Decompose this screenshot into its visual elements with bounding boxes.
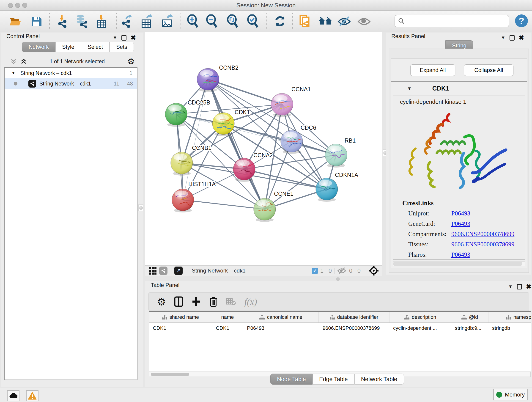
table-cell[interactable]: stringdb:9... — [451, 323, 488, 333]
node-CDKN1A[interactable]: CDKN1A — [316, 172, 358, 202]
panel-menu-icon[interactable]: ▼ — [508, 284, 513, 289]
panel-float-icon[interactable] — [510, 35, 515, 41]
crosslink-compartments-link[interactable]: 9606.ENSP00000378699 — [451, 230, 514, 238]
expand-all-tree-icon[interactable] — [20, 58, 27, 65]
tab-network[interactable]: Network — [22, 42, 56, 52]
export-image-icon[interactable] — [160, 14, 174, 29]
table-row[interactable]: CDK1CDK1P064939606.ENSP00000378699cyclin… — [149, 323, 531, 333]
tab-select[interactable]: Select — [81, 42, 109, 52]
zoom-in-icon[interactable] — [186, 14, 200, 29]
export-network-icon[interactable] — [119, 14, 133, 29]
node-CCNE1[interactable]: CCNE1 — [254, 191, 293, 222]
panel-menu-icon[interactable]: ▼ — [501, 35, 505, 40]
detach-view-icon[interactable]: ↗ — [174, 267, 183, 275]
table-options-gear-icon[interactable]: ⚙ — [157, 296, 166, 307]
new-network-from-selection-icon[interactable] — [298, 14, 312, 29]
tab-node-table[interactable]: Node Table — [270, 374, 312, 385]
crosslink-uniprot-link[interactable]: P06493 — [451, 210, 470, 217]
search-box[interactable] — [394, 15, 509, 27]
bottom-splitter-handle[interactable] — [336, 277, 340, 281]
memory-button[interactable]: Memory — [493, 389, 528, 400]
table-cell[interactable]: P06493 — [243, 323, 319, 333]
cloud-button[interactable] — [7, 390, 19, 401]
panel-menu-icon[interactable]: ▼ — [113, 35, 117, 40]
node-RB1[interactable]: RB1 — [325, 137, 356, 167]
tab-style[interactable]: Style — [56, 42, 81, 52]
node-CCNB1[interactable]: CCNB1 — [171, 145, 211, 176]
delete-column-trash-icon[interactable] — [209, 296, 218, 307]
crosslink-genecard-link[interactable]: P06493 — [451, 220, 470, 227]
column-header-name[interactable]: name — [212, 312, 243, 322]
hide-selected-eye-icon[interactable] — [337, 14, 352, 29]
network-options-gear-icon[interactable]: ⚙ — [127, 57, 135, 66]
panel-close-icon[interactable]: ✖ — [526, 283, 531, 290]
network-canvas[interactable]: CCNB2CCNA1CDC25BCDK1CDC6RB1CCNB1CCNA2CDK… — [145, 32, 382, 265]
panel-float-icon[interactable] — [121, 35, 127, 41]
column-header-canonical-name[interactable]: canonical name — [243, 312, 319, 322]
column-header--id[interactable]: @id — [451, 312, 488, 322]
node-gloss — [274, 95, 288, 102]
network-view-title: String Network – cdk1 — [192, 268, 312, 274]
zoom-out-icon[interactable] — [205, 14, 219, 29]
table-cell[interactable]: 9606.ENSP00000378699 — [319, 323, 389, 333]
panel-close-icon[interactable]: ✖ — [519, 34, 524, 41]
collapse-all-tree-icon[interactable] — [10, 58, 17, 65]
tab-edge-table[interactable]: Edge Table — [312, 374, 355, 385]
table-cell[interactable]: stringdb — [488, 323, 531, 333]
open-session-icon[interactable] — [8, 14, 23, 29]
show-columns-icon[interactable] — [174, 296, 183, 307]
node-table[interactable]: shared namenamecanonical namedatabase id… — [149, 311, 531, 371]
crosslink-label: Tissues: — [408, 241, 451, 248]
home-network-icon[interactable] — [318, 14, 333, 29]
edge-CCNB2-CCNA1[interactable] — [208, 79, 282, 104]
refresh-layout-icon[interactable] — [273, 14, 287, 29]
column-header-description[interactable]: description — [389, 312, 451, 322]
edge-CCNE1-HIST1H1A[interactable] — [183, 200, 265, 209]
zoom-selected-icon[interactable] — [246, 14, 260, 29]
birdseye-grid-icon[interactable] — [149, 267, 157, 274]
tree-expander-icon[interactable]: ▼ — [12, 71, 15, 75]
panel-close-icon[interactable]: ✖ — [131, 34, 136, 41]
network-graph[interactable]: CCNB2CCNA1CDC25BCDK1CDC6RB1CCNB1CCNA2CDK… — [145, 32, 382, 265]
network-current-dot-icon — [14, 82, 17, 85]
toolbar-separator — [49, 13, 50, 29]
selected-checkbox-icon[interactable]: ✔ — [312, 268, 318, 274]
collapse-all-button[interactable]: Collapse All — [464, 64, 513, 76]
zoom-fit-icon[interactable] — [225, 14, 240, 29]
import-table-icon[interactable] — [94, 14, 109, 29]
import-network-file-icon[interactable] — [55, 14, 70, 29]
network-share-icon[interactable] — [159, 267, 167, 275]
warnings-button[interactable] — [26, 390, 38, 401]
crosslink-pharos-link[interactable]: P06493 — [451, 251, 470, 258]
column-header-shared-name[interactable]: shared name — [149, 312, 212, 322]
expand-all-button[interactable]: Expand All — [410, 64, 455, 76]
table-cell[interactable]: CDK1 — [212, 323, 243, 333]
results-scrollbar[interactable] — [393, 262, 525, 266]
node-HIST1H1A[interactable]: HIST1H1A — [172, 181, 216, 212]
table-cell[interactable]: CDK1 — [149, 323, 212, 333]
node-CDC6[interactable]: CDC6 — [281, 124, 316, 154]
panel-float-icon[interactable] — [517, 284, 522, 289]
column-header-database-identifier[interactable]: database identifier — [319, 312, 389, 322]
collapse-protein-icon[interactable]: ▼ — [407, 86, 412, 91]
center-view-crosshair-icon[interactable] — [368, 265, 379, 276]
table-cell[interactable]: cyclin-dependent ... — [389, 323, 451, 333]
export-table-icon[interactable] — [139, 14, 154, 29]
tab-sets[interactable]: Sets — [109, 42, 134, 52]
crosslink-tissues-link[interactable]: 9606.ENSP00000378699 — [451, 241, 514, 248]
left-splitter-handle[interactable] — [138, 204, 143, 211]
column-label: namespace — [513, 314, 531, 320]
node-label-CCNE1: CCNE1 — [274, 191, 293, 197]
tab-network-table[interactable]: Network Table — [355, 374, 404, 385]
add-column-icon[interactable] — [191, 296, 201, 307]
search-input[interactable] — [405, 18, 503, 24]
network-row[interactable]: String Network – cdk1 11 48 — [5, 78, 137, 89]
memory-label: Memory — [505, 391, 525, 398]
import-network-database-icon[interactable] — [74, 14, 89, 29]
help-button[interactable]: ? — [515, 14, 528, 27]
network-collection-row[interactable]: ▼ String Network – cdk1 1 — [5, 68, 137, 78]
protein-header-row[interactable]: ▼ CDK1 — [391, 82, 527, 95]
show-all-eye-icon[interactable] — [357, 14, 372, 29]
column-header-namespace[interactable]: namespace — [488, 312, 531, 322]
save-session-icon[interactable] — [29, 14, 44, 29]
